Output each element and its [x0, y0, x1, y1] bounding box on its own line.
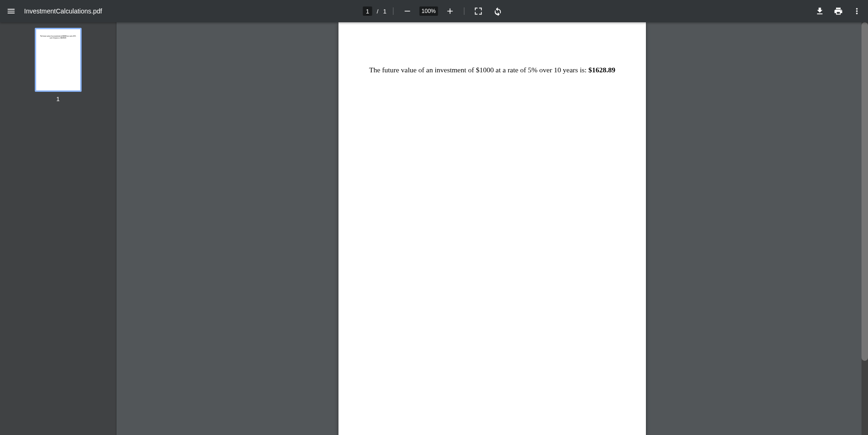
more-options-button[interactable]	[849, 4, 864, 19]
zoom-in-button[interactable]	[442, 4, 457, 19]
rotate-icon	[493, 6, 502, 16]
toolbar-divider	[464, 7, 464, 15]
print-icon	[834, 6, 843, 16]
scrollbar-thumb[interactable]	[862, 22, 868, 361]
scrollbar-track[interactable]	[862, 22, 868, 435]
fit-page-icon	[473, 6, 483, 16]
thumbnail-preview-text: The future value of an investment of $10…	[40, 36, 77, 39]
fit-page-button[interactable]	[471, 4, 485, 19]
download-button[interactable]	[812, 4, 827, 19]
document-content: The future value of an investment of $10…	[357, 65, 627, 75]
toolbar-left-section: InvestmentCalculations.pdf	[4, 4, 102, 19]
page-separator: /	[377, 8, 379, 15]
plus-icon	[445, 6, 454, 16]
document-text: The future value of an investment of $10…	[369, 66, 588, 74]
menu-icon	[6, 6, 16, 16]
document-filename: InvestmentCalculations.pdf	[24, 7, 102, 15]
download-icon	[815, 6, 824, 16]
zoom-out-button[interactable]	[400, 4, 415, 19]
page-number-input[interactable]	[363, 6, 372, 16]
rotate-button[interactable]	[490, 4, 505, 19]
thumbnail-item[interactable]: The future value of an investment of $10…	[0, 28, 116, 102]
document-page: The future value of an investment of $10…	[338, 22, 646, 435]
toolbar-center-section: / 1 100%	[363, 4, 505, 19]
page-total: 1	[383, 8, 386, 15]
print-button[interactable]	[831, 4, 846, 19]
zoom-level-display[interactable]: 100%	[419, 6, 438, 16]
menu-button[interactable]	[4, 4, 19, 19]
page-thumbnail[interactable]: The future value of an investment of $10…	[35, 28, 82, 92]
toolbar-right-section	[812, 4, 864, 19]
document-viewer[interactable]: The future value of an investment of $10…	[116, 22, 868, 435]
thumbnail-sidebar: The future value of an investment of $10…	[0, 22, 116, 435]
thumbnail-label: 1	[56, 96, 59, 102]
toolbar-divider	[393, 7, 393, 15]
minus-icon	[402, 6, 412, 16]
more-vert-icon	[852, 6, 862, 16]
content-area: The future value of an investment of $10…	[0, 22, 868, 435]
pdf-toolbar: InvestmentCalculations.pdf / 1 100%	[0, 0, 868, 22]
document-value: $1628.89	[588, 66, 615, 74]
